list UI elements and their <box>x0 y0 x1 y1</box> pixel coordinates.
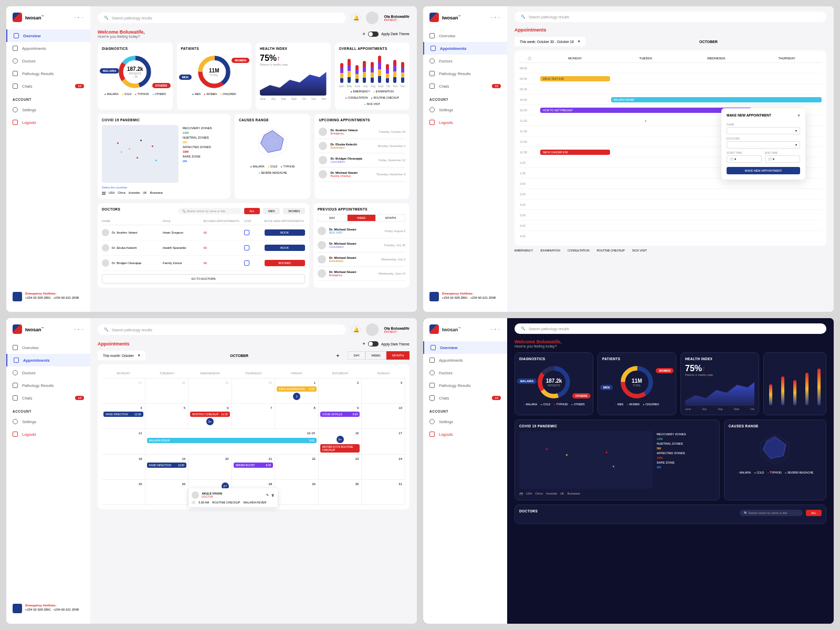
add-appointment[interactable]: + <box>611 119 681 122</box>
cal-cell[interactable]: 163+MISTER AYO'S ROUTINE CHECKUP <box>319 429 362 455</box>
add-button[interactable]: + <box>333 353 343 359</box>
appt-row[interactable]: Dr. Micheal StwartEmergencyWednesday, Ju… <box>318 267 405 281</box>
country-tab[interactable]: All <box>519 492 523 496</box>
filter-women[interactable]: WOMEN <box>283 208 305 214</box>
theme-toggle[interactable]: ☀ Apply Dark Theme <box>362 341 410 346</box>
tab-month[interactable]: MONTH <box>386 351 410 360</box>
name-input[interactable]: ▾ <box>727 127 800 134</box>
nav-doctors[interactable]: Doctors <box>423 366 507 379</box>
country-tab[interactable]: Bostwana <box>150 191 163 195</box>
user-avatar[interactable] <box>366 323 379 336</box>
cal-cell[interactable]: 31 <box>362 480 405 505</box>
resize-icon[interactable]: ←+→ <box>490 15 501 20</box>
close-icon[interactable]: ✕ <box>797 113 800 120</box>
event-final-exam[interactable]: FINAL EXAMINATION9:00 <box>277 386 317 392</box>
appt-row[interactable]: Dr. Micheal StwartSICK VISITFriday, Augu… <box>318 224 405 238</box>
book-button[interactable]: BOOK <box>265 229 305 236</box>
nav-chats[interactable]: Chats10 <box>423 80 507 92</box>
go-to-doctors[interactable]: GO TO DOCTORS <box>102 274 305 284</box>
nav-pathology[interactable]: Pathology Results <box>6 67 90 80</box>
nav-overview[interactable]: Overview <box>6 29 90 42</box>
nav-doctors[interactable]: Doctors <box>423 55 507 67</box>
country-tab[interactable]: China <box>118 191 125 195</box>
event-malaria[interactable]: MALARIA FEVER <box>611 97 822 102</box>
nav-logout[interactable]: Logouts <box>6 116 90 129</box>
country-tab[interactable]: UK <box>560 492 564 496</box>
cal-cell[interactable]: 8 <box>275 404 319 429</box>
nav-settings[interactable]: Settings <box>6 415 90 428</box>
country-tab[interactable]: Australia <box>129 191 140 195</box>
event-neck[interactable]: NECK CANCER 9:00 <box>540 150 610 155</box>
cal-cell[interactable]: 9COVID 19 PILLS8:30 <box>319 404 362 429</box>
cal-cell[interactable]: 26 <box>145 480 189 505</box>
country-tab[interactable]: USA <box>526 492 532 496</box>
appt-row[interactable]: Dr. Ibrahim YekeniEmergencyTuesday, Octo… <box>319 125 405 139</box>
cal-cell[interactable]: 29 <box>275 480 319 505</box>
nav-pathology[interactable]: Pathology Results <box>6 379 90 392</box>
doctors-select[interactable]: ▾ <box>727 141 800 149</box>
range-select[interactable]: This week: October 30 - October 18 ▾ <box>514 37 585 46</box>
nav-logout[interactable]: Logouts <box>423 428 507 440</box>
search-input[interactable]: 🔍 Search pathology results <box>514 12 826 22</box>
chat-icon[interactable] <box>244 230 249 235</box>
cal-cell[interactable]: 4HAND INFECTION12:30 <box>102 404 145 429</box>
event-monthly[interactable]: MONTHLY CHECKUP11:30 <box>190 412 230 417</box>
resize-icon[interactable]: ←+→ <box>73 327 84 332</box>
nav-pathology[interactable]: Pathology Results <box>423 379 507 392</box>
cal-cell[interactable]: 28 <box>145 379 189 404</box>
world-map[interactable] <box>519 431 653 489</box>
bell-icon[interactable]: 🔔 <box>351 13 361 23</box>
cal-cell[interactable]: 7 <box>232 404 276 429</box>
world-map[interactable] <box>102 125 178 183</box>
cal-cell[interactable]: 30 <box>319 480 362 505</box>
cal-cell[interactable]: 10 <box>362 404 405 429</box>
nav-appointments[interactable]: Appointments <box>423 42 507 55</box>
event-pregnat[interactable]: HOW TO GET PREGNAT 10:00 <box>540 108 751 113</box>
delete-icon[interactable]: 🗑 <box>271 494 275 497</box>
country-tab[interactable]: Australia <box>546 492 557 496</box>
appt-row[interactable]: Dr. Bridget OlowojejeConsultationFriday,… <box>319 153 405 167</box>
event-hand-infection[interactable]: HAND INFECTION12:30 <box>147 463 187 468</box>
cal-cell[interactable]: 2 <box>319 379 362 404</box>
nav-overview[interactable]: Overview <box>423 29 507 42</box>
filter-all[interactable]: ALL <box>806 510 822 516</box>
cal-cell[interactable]: 27 <box>102 379 145 404</box>
cal-cell[interactable]: 5 <box>145 404 189 429</box>
doctors-search[interactable]: 🔍 Search doctor by name or title <box>178 208 241 214</box>
chat-icon[interactable] <box>244 260 249 266</box>
country-tab[interactable]: China <box>535 492 542 496</box>
event-covid-pills[interactable]: COVID 19 PILLS8:30 <box>320 412 360 417</box>
nav-overview[interactable]: Overview <box>6 341 90 354</box>
event-drug-test[interactable]: DRUG TEST 9:00 <box>540 76 610 81</box>
make-appointment-button[interactable]: MAKE NEW APPOINTMENT <box>727 167 800 174</box>
cal-cell[interactable]: 21SPERM BOOST8:30 <box>232 455 276 480</box>
cal-cell[interactable]: 12‑15MALARIA FEVER9:00 <box>145 429 319 455</box>
country-tab[interactable]: USA <box>109 191 114 195</box>
nav-pathology[interactable]: Pathology Results <box>423 67 507 80</box>
country-tab[interactable]: All <box>102 191 106 195</box>
nav-settings[interactable]: Settings <box>423 103 507 116</box>
event-ayo[interactable]: MISTER AYO'S ROUTINE CHECKUP <box>320 444 360 453</box>
nav-appointments[interactable]: Appointments <box>6 42 90 55</box>
cal-cell[interactable]: 11 <box>102 429 145 455</box>
cal-cell[interactable]: 1FINAL EXAMINATION9:001 <box>275 379 319 404</box>
book-button[interactable]: BOOK <box>265 245 305 251</box>
select-countries[interactable]: Select the countries <box>102 186 178 189</box>
cal-cell[interactable]: 3 <box>362 379 405 404</box>
filter-all[interactable]: ALL <box>244 208 260 214</box>
cal-cell[interactable]: 6MONTHLY CHECKUP11:302+ <box>188 404 232 429</box>
country-tab[interactable]: Bostwana <box>568 492 580 496</box>
toggle-pill[interactable] <box>368 32 379 37</box>
nav-appointments[interactable]: Appointments <box>6 354 90 366</box>
nav-settings[interactable]: Settings <box>6 103 90 116</box>
search-input[interactable]: 🔍 Search pathology results <box>98 13 346 23</box>
cal-cell[interactable]: 29 <box>188 379 232 404</box>
bell-icon[interactable]: 🔔 <box>351 325 361 334</box>
nav-logout[interactable]: Logouts <box>6 428 90 440</box>
cal-cell[interactable]: 24 <box>362 455 405 480</box>
nav-doctors[interactable]: Doctors <box>6 55 90 67</box>
nav-chats[interactable]: Chats10 <box>423 392 507 404</box>
nav-logout[interactable]: Logouts <box>423 116 507 129</box>
cal-cell[interactable]: 27 AKULE VIVIANDOCTOR✎🗑 🕐 5:30 AM ROUTIN… <box>188 480 232 505</box>
country-tab[interactable]: UK <box>143 191 147 195</box>
